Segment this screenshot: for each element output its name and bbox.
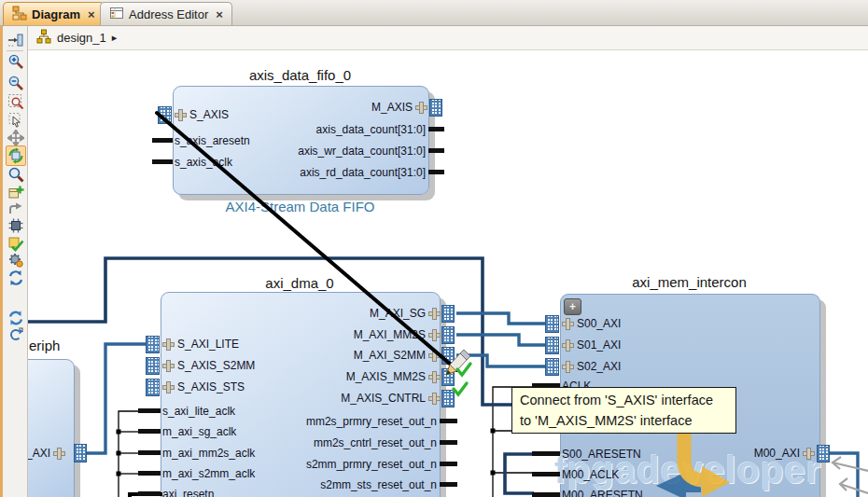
connection-overlay	[0, 0, 868, 497]
design-hierarchy-icon	[36, 29, 51, 47]
tooltip-line-1: Connect from 'S_AXIS' interface	[520, 390, 728, 410]
rubber-band-connection[interactable]	[157, 113, 457, 370]
breadcrumb: design_1 ▸	[28, 26, 868, 50]
tab-diagram-close-icon[interactable]: ×	[88, 7, 95, 21]
collapse-panel-icon[interactable]	[6, 30, 26, 50]
tooltip-line-2: to 'M_AXIS_MM2S' interface	[520, 410, 728, 431]
check-icon	[454, 383, 467, 394]
tab-diagram[interactable]: Diagram ×	[3, 2, 105, 25]
editor-tab-bar: Diagram × Address Editor ×	[0, 0, 868, 26]
diagram-toolbar	[0, 26, 28, 497]
diagram-tab-icon	[12, 6, 27, 23]
diagram-canvas[interactable]: eriph axis_data_fifo_0 AXI4-Stream Data …	[0, 0, 868, 497]
breadcrumb-arrow-icon[interactable]: ▸	[112, 32, 118, 44]
reload-icon[interactable]	[6, 324, 26, 345]
tab-address-editor-label: Address Editor	[129, 7, 208, 21]
breadcrumb-design-label[interactable]: design_1	[57, 31, 106, 45]
refresh-icon[interactable]	[6, 268, 26, 288]
connection-tooltip: Connect from 'S_AXIS' interface to 'M_AX…	[511, 387, 736, 434]
tab-diagram-label: Diagram	[32, 7, 80, 21]
zoom-in-icon[interactable]	[6, 51, 26, 72]
tab-address-editor[interactable]: Address Editor ×	[100, 2, 232, 25]
tab-address-editor-close-icon[interactable]: ×	[216, 7, 223, 21]
vivado-diagram-window: eriph axis_data_fifo_0 AXI4-Stream Data …	[0, 0, 868, 497]
zoom-out-icon[interactable]	[6, 73, 26, 93]
zoom-selection-icon[interactable]	[6, 91, 26, 112]
regenerate-layout-icon[interactable]	[6, 145, 26, 166]
address-editor-tab-icon	[109, 6, 124, 23]
